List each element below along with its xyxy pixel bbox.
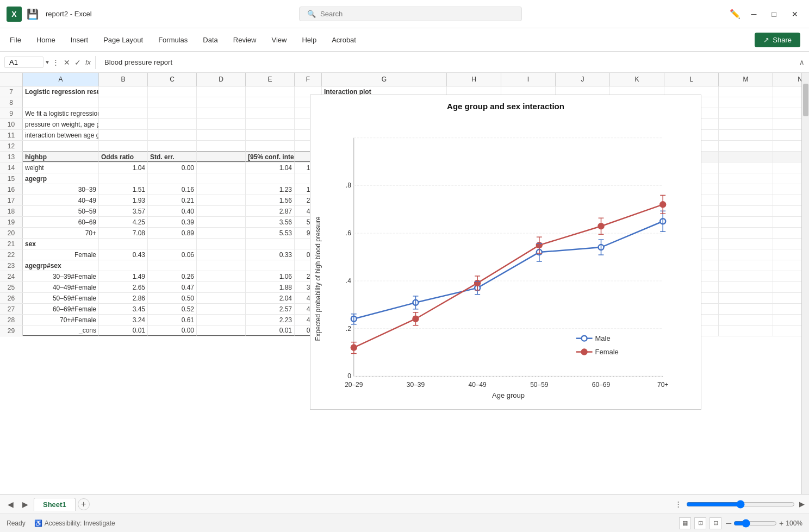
- cell[interactable]: 70+#Female: [23, 315, 99, 325]
- cell-ref-dropdown[interactable]: ▼: [45, 59, 50, 65]
- cell[interactable]: 0.06: [148, 249, 197, 260]
- cell[interactable]: [197, 141, 246, 151]
- menu-review[interactable]: Review: [232, 34, 258, 46]
- cell[interactable]: [197, 184, 246, 195]
- cell[interactable]: 0.39: [148, 217, 197, 227]
- cell[interactable]: [719, 271, 773, 281]
- col-header-a[interactable]: A: [23, 73, 99, 86]
- cell[interactable]: [23, 141, 99, 151]
- cell[interactable]: 3.56: [246, 217, 295, 227]
- cell[interactable]: 0.61: [148, 315, 197, 325]
- zoom-out-button[interactable]: ─: [726, 519, 731, 528]
- cell-ref-input[interactable]: [4, 57, 43, 68]
- cell[interactable]: 1.56: [246, 195, 295, 205]
- cell[interactable]: 0.26: [148, 271, 197, 281]
- cell[interactable]: 0.43: [99, 249, 148, 260]
- menu-file[interactable]: File: [9, 34, 22, 46]
- cell[interactable]: [148, 239, 197, 249]
- cell[interactable]: 60–69#Female: [23, 304, 99, 314]
- horizontal-scrollbar[interactable]: [686, 500, 795, 509]
- cell[interactable]: 50–59#Female: [23, 293, 99, 303]
- cell[interactable]: [197, 162, 246, 173]
- cell[interactable]: 3.45: [99, 304, 148, 314]
- cell[interactable]: [246, 239, 295, 249]
- confirm-icon[interactable]: ✓: [74, 58, 81, 67]
- cell[interactable]: 1.88: [246, 282, 295, 292]
- formula-expand-icon[interactable]: ∧: [799, 58, 805, 66]
- col-header-k[interactable]: K: [610, 73, 664, 86]
- cell[interactable]: 30–39#Female: [23, 271, 99, 281]
- cell[interactable]: [197, 239, 246, 249]
- cell[interactable]: 1.04: [99, 162, 148, 173]
- cell[interactable]: [148, 260, 197, 271]
- cell[interactable]: [719, 293, 773, 303]
- col-header-h[interactable]: H: [447, 73, 501, 86]
- zoom-slider[interactable]: [733, 519, 777, 528]
- formula-menu-icon[interactable]: ⋮: [52, 58, 59, 66]
- cell[interactable]: 70+: [23, 228, 99, 238]
- cell[interactable]: [197, 315, 246, 325]
- cell[interactable]: 2.23: [246, 315, 295, 325]
- cell[interactable]: [719, 315, 773, 325]
- sheet-tab-1[interactable]: Sheet1: [34, 498, 76, 511]
- menu-view[interactable]: View: [270, 34, 288, 46]
- cell[interactable]: [197, 228, 246, 238]
- cell[interactable]: Odds ratio: [99, 152, 148, 162]
- cell[interactable]: pressure on weight, age group, and the: [23, 119, 99, 129]
- cell[interactable]: [148, 173, 197, 184]
- col-header-b[interactable]: B: [99, 73, 148, 86]
- cell[interactable]: 2.57: [246, 304, 295, 314]
- cell[interactable]: [197, 304, 246, 314]
- cell[interactable]: [246, 119, 295, 129]
- save-icon[interactable]: 💾: [26, 8, 39, 21]
- cell[interactable]: [197, 217, 246, 227]
- cell[interactable]: 5.53: [246, 228, 295, 238]
- cell[interactable]: [148, 141, 197, 151]
- col-header-j[interactable]: J: [556, 73, 610, 86]
- cell[interactable]: 0.40: [148, 206, 197, 216]
- cell[interactable]: 40–49#Female: [23, 282, 99, 292]
- scroll-thumb[interactable]: [803, 84, 808, 116]
- cancel-icon[interactable]: ✕: [64, 58, 70, 67]
- menu-help[interactable]: Help: [301, 34, 318, 46]
- cell[interactable]: 2.04: [246, 293, 295, 303]
- cell[interactable]: [719, 97, 773, 108]
- cell[interactable]: [719, 184, 773, 195]
- search-box[interactable]: 🔍: [299, 7, 522, 21]
- cell[interactable]: [148, 108, 197, 118]
- menu-acrobat[interactable]: Acrobat: [331, 34, 357, 46]
- cell[interactable]: interaction between age group and sex.: [23, 130, 99, 140]
- cell[interactable]: agegrp: [23, 173, 99, 184]
- cell[interactable]: agegrp#sex: [23, 260, 99, 271]
- cell[interactable]: 7.08: [99, 228, 148, 238]
- cell[interactable]: Logistic regression results: [23, 86, 99, 97]
- share-button[interactable]: ↗ Share: [755, 33, 800, 47]
- cell[interactable]: 60–69: [23, 217, 99, 227]
- cell[interactable]: [246, 173, 295, 184]
- cell[interactable]: 3.57: [99, 206, 148, 216]
- cell[interactable]: [719, 108, 773, 118]
- cell[interactable]: [99, 173, 148, 184]
- cell[interactable]: [99, 86, 148, 97]
- cell[interactable]: [95% conf. interval]: [246, 152, 295, 162]
- cell[interactable]: 0.50: [148, 293, 197, 303]
- cell[interactable]: [719, 141, 773, 151]
- cell[interactable]: [197, 173, 246, 184]
- cell[interactable]: [246, 97, 295, 108]
- cell[interactable]: [197, 97, 246, 108]
- scrollbar-right[interactable]: [801, 73, 809, 494]
- cell[interactable]: [719, 119, 773, 129]
- page-break-view-icon[interactable]: ⊟: [710, 517, 721, 529]
- cell[interactable]: [719, 130, 773, 140]
- cell[interactable]: [197, 293, 246, 303]
- cell[interactable]: We fit a logistic regression model of hi…: [23, 108, 99, 118]
- pen-icon[interactable]: ✏️: [730, 9, 740, 19]
- cell[interactable]: 1.04: [246, 162, 295, 173]
- col-header-d[interactable]: D: [197, 73, 246, 86]
- cell[interactable]: 2.87: [246, 206, 295, 216]
- cell[interactable]: [246, 130, 295, 140]
- col-header-f[interactable]: F: [295, 73, 322, 86]
- close-button[interactable]: ✕: [787, 8, 802, 21]
- cell[interactable]: 1.49: [99, 271, 148, 281]
- cell[interactable]: 1.93: [99, 195, 148, 205]
